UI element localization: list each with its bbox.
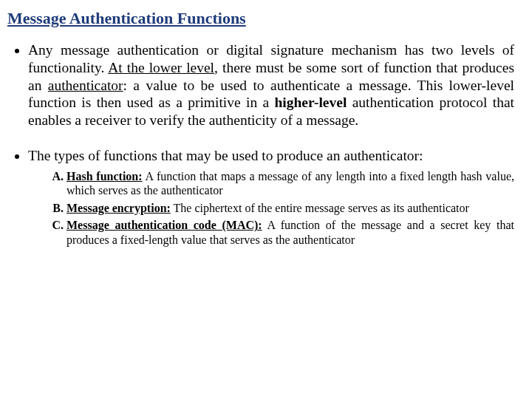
bullet-2: The types of functions that may be used … <box>28 147 514 247</box>
sub-c-head: Message authentication code (MAC): <box>66 219 262 231</box>
slide-title: Message Authentication Functions <box>7 9 514 28</box>
sub-item-b: Message encryption: The ciphertext of th… <box>66 201 514 216</box>
p2-text: The types of functions that may be used … <box>28 148 423 163</box>
slide: Message Authentication Functions Any mes… <box>0 0 532 399</box>
sub-list: Hash function: A function that maps a me… <box>53 169 514 248</box>
sub-b-body: The ciphertext of the entire message ser… <box>171 202 469 214</box>
p1-lower-underline: At the lower level <box>108 60 214 75</box>
sub-item-a: Hash function: A function that maps a me… <box>66 169 514 198</box>
bullet-1: Any message authentication or digital si… <box>28 41 514 129</box>
sub-b-head: Message encryption: <box>66 202 171 214</box>
bullet-list: Any message authentication or digital si… <box>18 41 514 247</box>
sub-a-head: Hash function: <box>66 170 143 183</box>
sub-item-c: Message authentication code (MAC): A fun… <box>66 218 514 247</box>
p1-authenticator-underline: authenticator <box>48 78 123 93</box>
p1-higher-bold: higher-level <box>274 95 347 110</box>
